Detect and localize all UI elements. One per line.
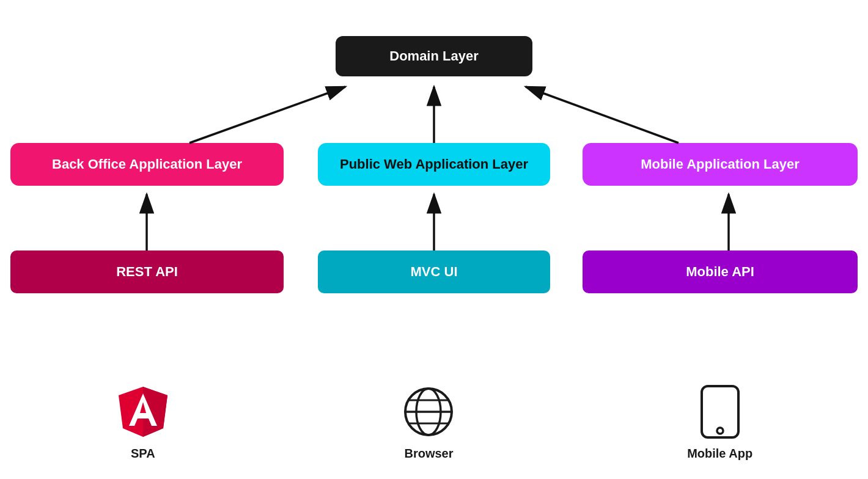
rest-api-box: REST API <box>10 250 284 293</box>
public-web-layer-label: Public Web Application Layer <box>340 156 528 172</box>
mobile-app-icon-item: Mobile App <box>687 384 752 461</box>
public-web-layer-box: Public Web Application Layer <box>318 143 550 186</box>
mobile-api-box: Mobile API <box>583 250 858 293</box>
spa-label: SPA <box>131 447 155 461</box>
back-office-layer-box: Back Office Application Layer <box>10 143 284 186</box>
svg-line-4 <box>526 87 679 143</box>
architecture-diagram: Domain Layer Back Office Application Lay… <box>0 0 868 479</box>
svg-line-2 <box>189 87 345 143</box>
icons-section: SPA Browser Mobile App <box>0 384 868 461</box>
svg-point-18 <box>717 428 723 434</box>
back-office-layer-label: Back Office Application Layer <box>52 156 242 172</box>
mvc-ui-box: MVC UI <box>318 250 550 293</box>
mobile-api-label: Mobile API <box>686 264 754 279</box>
browser-label: Browser <box>404 447 453 461</box>
globe-icon <box>401 384 456 439</box>
domain-layer-box: Domain Layer <box>336 36 532 76</box>
spa-icon-item: SPA <box>116 384 171 461</box>
mvc-ui-label: MVC UI <box>411 264 458 279</box>
mobile-layer-label: Mobile Application Layer <box>641 156 800 172</box>
browser-icon-item: Browser <box>401 384 456 461</box>
angular-icon <box>116 384 171 439</box>
rest-api-label: REST API <box>116 264 178 279</box>
svg-rect-17 <box>702 386 738 437</box>
phone-icon <box>699 384 741 439</box>
domain-layer-label: Domain Layer <box>389 48 479 64</box>
mobile-app-label: Mobile App <box>687 447 752 461</box>
mobile-layer-box: Mobile Application Layer <box>583 143 858 186</box>
